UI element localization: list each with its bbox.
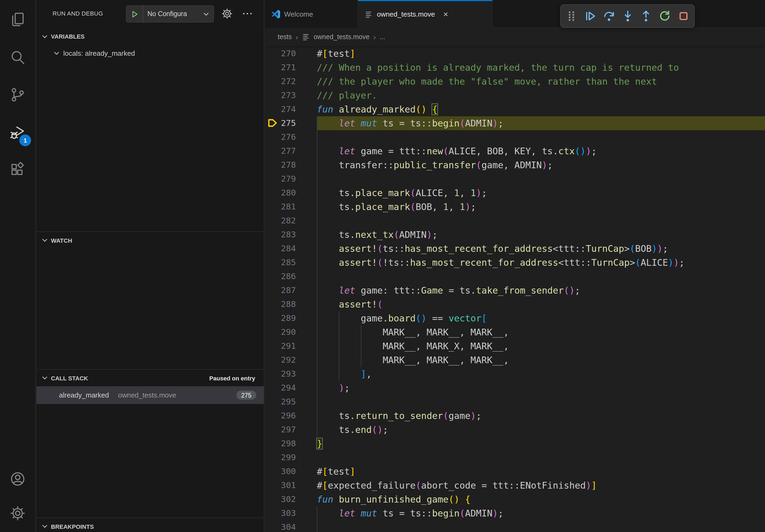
continue-button[interactable] (582, 8, 598, 24)
code-content[interactable] (317, 130, 765, 144)
code-content[interactable]: MARK__, MARK__, MARK__, (317, 325, 765, 339)
code-content[interactable]: ); (317, 381, 765, 395)
code-content[interactable]: game.board() == vector[ (317, 311, 765, 325)
code-content[interactable]: transfer::public_transfer(game, ADMIN); (317, 158, 765, 172)
code-content[interactable]: ts.place_mark(ALICE, 1, 1); (317, 186, 765, 200)
section-variables-header[interactable]: VARIABLES (36, 28, 264, 45)
close-icon[interactable]: × (441, 10, 450, 19)
step-over-button[interactable] (601, 8, 617, 24)
restart-button[interactable] (657, 8, 673, 24)
gutter[interactable]: 288 (265, 297, 317, 311)
code-content[interactable]: let mut ts = ts::begin(ADMIN); (317, 116, 765, 130)
gutter[interactable]: 302 (265, 492, 317, 506)
start-debug-icon[interactable] (127, 10, 143, 18)
code-content[interactable]: assert!( (317, 297, 765, 311)
gutter[interactable]: 281 (265, 200, 317, 214)
explorer-icon[interactable] (0, 3, 35, 36)
gutter[interactable]: 292 (265, 353, 317, 367)
extensions-icon[interactable] (0, 153, 35, 186)
gutter[interactable]: 270 (265, 47, 317, 61)
breadcrumb-part[interactable]: owned_tests.move (314, 33, 370, 41)
code-content[interactable] (317, 395, 765, 409)
code-content[interactable]: } (317, 437, 765, 450)
code-content[interactable]: /// the player who made the "false" move… (317, 75, 765, 89)
code-content[interactable]: fun burn_unfinished_game() { (317, 492, 765, 506)
account-icon[interactable] (0, 462, 35, 496)
breadcrumb-part[interactable]: ... (380, 33, 385, 41)
debug-config-dropdown[interactable]: No Configura (126, 5, 214, 23)
drag-handle[interactable] (563, 8, 579, 24)
gutter[interactable]: 274 (265, 102, 317, 116)
code-content[interactable]: ts.end(); (317, 423, 765, 437)
call-stack-frame[interactable]: already_marked owned_tests.move 275 (36, 386, 264, 404)
code-content[interactable]: let mut ts = ts::begin(ADMIN); (317, 506, 765, 520)
gutter[interactable]: 294 (265, 381, 317, 395)
gutter[interactable]: 293 (265, 367, 317, 381)
code-content[interactable]: ts.place_mark(BOB, 1, 1); (317, 200, 765, 214)
run-and-debug-icon[interactable]: 1 (0, 116, 35, 149)
tab-welcome[interactable]: Welcome (265, 0, 358, 28)
gutter[interactable]: 301 (265, 478, 317, 492)
gutter[interactable]: 275 (265, 116, 317, 130)
breadcrumb-part[interactable]: tests (278, 33, 292, 41)
more-actions-icon[interactable] (241, 8, 254, 20)
code-content[interactable] (317, 450, 765, 464)
gutter[interactable]: 273 (265, 89, 317, 102)
code-content[interactable]: #[test] (317, 47, 765, 61)
gutter[interactable]: 300 (265, 464, 317, 478)
gutter[interactable]: 291 (265, 339, 317, 353)
code-content[interactable]: #[expected_failure(abort_code = ttt::ENo… (317, 478, 765, 492)
gutter[interactable]: 287 (265, 283, 317, 297)
code-content[interactable] (317, 172, 765, 186)
code-content[interactable]: /// When a position is already marked, t… (317, 61, 765, 75)
gutter[interactable]: 299 (265, 450, 317, 464)
variables-scope-locals[interactable]: locals: already_marked (36, 45, 264, 62)
code-content[interactable]: ], (317, 367, 765, 381)
code-content[interactable] (317, 214, 765, 228)
gutter[interactable]: 285 (265, 256, 317, 269)
settings-icon[interactable] (0, 497, 35, 530)
gutter[interactable]: 276 (265, 130, 317, 144)
gutter[interactable]: 298 (265, 437, 317, 450)
gutter[interactable]: 271 (265, 61, 317, 75)
gutter[interactable]: 284 (265, 242, 317, 256)
gutter[interactable]: 272 (265, 75, 317, 89)
code-content[interactable]: ts.next_tx(ADMIN); (317, 228, 765, 242)
gutter[interactable]: 280 (265, 186, 317, 200)
step-out-button[interactable] (638, 8, 654, 24)
gutter[interactable]: 277 (265, 144, 317, 158)
gutter[interactable]: 278 (265, 158, 317, 172)
gutter[interactable]: 297 (265, 423, 317, 437)
code-content[interactable] (317, 269, 765, 283)
gutter[interactable]: 282 (265, 214, 317, 228)
code-content[interactable]: let game: ttt::Game = ts.take_from_sende… (317, 283, 765, 297)
code-content[interactable]: assert!(ts::has_most_recent_for_address<… (317, 242, 765, 256)
code-content[interactable]: assert!(!ts::has_most_recent_for_address… (317, 256, 765, 269)
gutter[interactable]: 295 (265, 395, 317, 409)
gutter[interactable]: 286 (265, 269, 317, 283)
source-control-icon[interactable] (0, 78, 35, 112)
section-breakpoints-header[interactable]: BREAKPOINTS (36, 518, 264, 532)
code-editor[interactable]: 270#[test]271/// When a position is alre… (265, 47, 765, 532)
section-watch-header[interactable]: WATCH (36, 231, 264, 249)
settings-gear-icon[interactable] (221, 8, 233, 20)
section-call-stack-header[interactable]: CALL STACK Paused on entry (36, 369, 264, 386)
gutter[interactable]: 279 (265, 172, 317, 186)
code-content[interactable]: MARK__, MARK_X, MARK__, (317, 339, 765, 353)
step-into-button[interactable] (619, 8, 635, 24)
gutter[interactable]: 304 (265, 520, 317, 532)
gutter[interactable]: 296 (265, 409, 317, 423)
search-icon[interactable] (0, 41, 35, 75)
gutter[interactable]: 290 (265, 325, 317, 339)
gutter[interactable]: 283 (265, 228, 317, 242)
stop-button[interactable] (675, 8, 692, 24)
code-content[interactable]: let game = ttt::new(ALICE, BOB, KEY, ts.… (317, 144, 765, 158)
code-content[interactable]: #[test] (317, 464, 765, 478)
code-content[interactable]: fun already_marked() { (317, 102, 765, 116)
tab-owned-tests-move[interactable]: owned_tests.move× (358, 0, 493, 28)
code-content[interactable]: MARK__, MARK__, MARK__, (317, 353, 765, 367)
gutter[interactable]: 303 (265, 506, 317, 520)
code-content[interactable]: /// player. (317, 89, 765, 102)
code-content[interactable]: ts.return_to_sender(game); (317, 409, 765, 423)
code-content[interactable] (317, 520, 765, 532)
